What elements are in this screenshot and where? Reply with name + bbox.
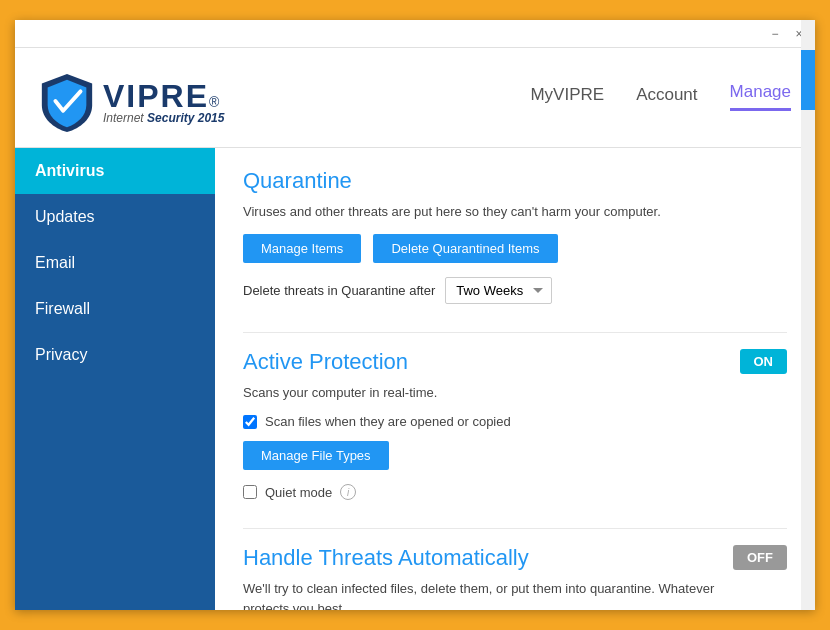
active-protection-content: Active Protection Scans your computer in… — [243, 349, 740, 501]
sidebar-item-firewall[interactable]: Firewall — [15, 286, 215, 332]
sidebar-item-updates[interactable]: Updates — [15, 194, 215, 240]
manage-file-types-button[interactable]: Manage File Types — [243, 441, 389, 470]
handle-threats-header: Handle Threats Automatically We'll try t… — [243, 545, 787, 610]
active-protection-header: Active Protection Scans your computer in… — [243, 349, 787, 501]
content-area: Quarantine Viruses and other threats are… — [215, 148, 815, 610]
quiet-mode-row: Quiet mode i — [243, 484, 740, 500]
logo-reg: ® — [209, 94, 219, 110]
nav-myvipre[interactable]: MyVIPRE — [530, 85, 604, 111]
delete-quarantined-button[interactable]: Delete Quarantined Items — [373, 234, 557, 263]
scrollbar-track — [801, 148, 815, 610]
quiet-mode-checkbox[interactable] — [243, 485, 257, 499]
quiet-mode-label: Quiet mode — [265, 485, 332, 500]
quarantine-delete-row: Delete threats in Quarantine after Two W… — [243, 277, 787, 304]
vipre-shield-icon — [39, 72, 95, 132]
active-protection-toggle[interactable]: ON — [740, 349, 788, 374]
logo-brand: VIPRE — [103, 78, 209, 115]
app-window: − × VIPRE® Internet Security 2015 MyVIPR… — [15, 20, 815, 610]
divider-1 — [243, 332, 787, 333]
quarantine-timeframe-select[interactable]: Two Weeks One Week One Month Never — [445, 277, 552, 304]
manage-items-button[interactable]: Manage Items — [243, 234, 361, 263]
sidebar: Antivirus Updates Email Firewall Privacy — [15, 148, 215, 610]
scan-files-checkbox[interactable] — [243, 415, 257, 429]
manage-file-types-row: Manage File Types — [243, 441, 740, 470]
nav-account[interactable]: Account — [636, 85, 697, 111]
handle-threats-toggle[interactable]: OFF — [733, 545, 787, 570]
handle-threats-section: Handle Threats Automatically We'll try t… — [243, 545, 787, 610]
sidebar-item-privacy[interactable]: Privacy — [15, 332, 215, 378]
quarantine-delete-label: Delete threats in Quarantine after — [243, 283, 435, 298]
active-protection-section: Active Protection Scans your computer in… — [243, 349, 787, 501]
minimize-button[interactable]: − — [767, 26, 783, 42]
divider-2 — [243, 528, 787, 529]
header: VIPRE® Internet Security 2015 MyVIPRE Ac… — [15, 48, 815, 148]
logo-area: VIPRE® Internet Security 2015 — [39, 72, 530, 132]
titlebar: − × — [15, 20, 815, 48]
handle-threats-title: Handle Threats Automatically — [243, 545, 733, 571]
handle-threats-description: We'll try to clean infected files, delet… — [243, 579, 733, 610]
active-protection-title: Active Protection — [243, 349, 740, 375]
quiet-mode-info-icon[interactable]: i — [340, 484, 356, 500]
quarantine-btn-row: Manage Items Delete Quarantined Items — [243, 234, 787, 263]
handle-threats-content: Handle Threats Automatically We'll try t… — [243, 545, 733, 610]
quarantine-description: Viruses and other threats are put here s… — [243, 202, 787, 222]
nav-links: MyVIPRE Account Manage — [530, 82, 791, 121]
sidebar-item-antivirus[interactable]: Antivirus — [15, 148, 215, 194]
active-protection-description: Scans your computer in real-time. — [243, 383, 740, 403]
quarantine-title: Quarantine — [243, 168, 787, 194]
sidebar-item-email[interactable]: Email — [15, 240, 215, 286]
logo-text: VIPRE® Internet Security 2015 — [103, 78, 224, 125]
quarantine-section: Quarantine Viruses and other threats are… — [243, 168, 787, 304]
nav-manage[interactable]: Manage — [730, 82, 791, 111]
main-layout: Antivirus Updates Email Firewall Privacy… — [15, 148, 815, 610]
scan-files-label: Scan files when they are opened or copie… — [265, 414, 511, 429]
scan-files-row: Scan files when they are opened or copie… — [243, 414, 740, 429]
